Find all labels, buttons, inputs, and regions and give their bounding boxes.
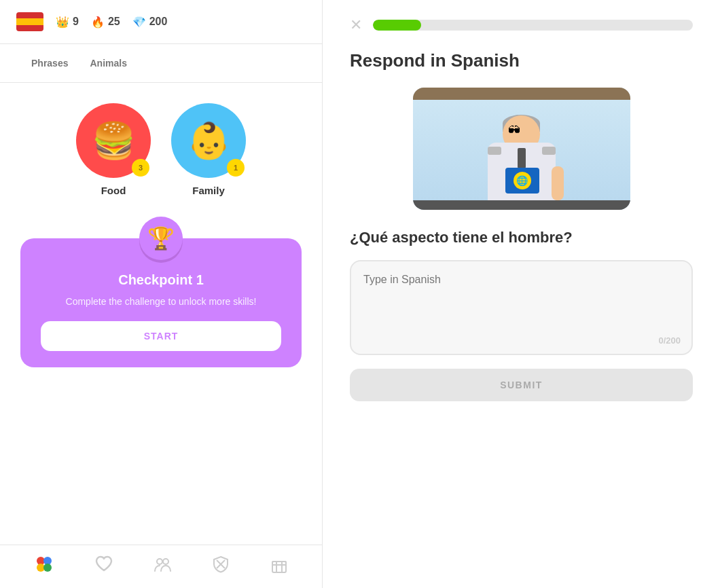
progress-bar-fill [373, 20, 421, 31]
shield-icon [211, 555, 230, 574]
skill-family[interactable]: 👶 1 Family [171, 103, 246, 196]
nav-friends[interactable] [153, 555, 172, 578]
skill-food-circle: 🍔 3 [76, 103, 151, 178]
checkpoint-start-button[interactable]: START [41, 321, 281, 351]
food-label: Food [101, 185, 126, 196]
nav-shield[interactable] [211, 555, 230, 578]
shop-icon [270, 555, 289, 574]
checkpoint-title: Checkpoint 1 [41, 272, 281, 288]
checkpoint-desc: Complete the challenge to unlock more sk… [41, 295, 281, 309]
character-illustration: 🕶 🌐 [413, 88, 630, 210]
fire-value: 25 [108, 16, 120, 28]
crown-value: 9 [73, 16, 79, 28]
exercise-header: ✕ [350, 16, 693, 34]
category-animals[interactable]: Animals [79, 55, 137, 71]
left-panel: 👑 9 🔥 25 💎 200 Phrases Animals 🍔 3 Food [0, 0, 323, 588]
officer-book: 🌐 [505, 168, 539, 194]
right-panel: ✕ Respond in Spanish 🕶 [323, 0, 720, 588]
officer-figure: 🕶 🌐 [488, 143, 556, 200]
svg-point-3 [43, 564, 52, 572]
category-phrases[interactable]: Phrases [20, 55, 79, 71]
fire-icon: 🔥 [91, 16, 105, 29]
window-bottom-bar [413, 200, 630, 210]
svg-point-4 [157, 559, 162, 564]
close-button[interactable]: ✕ [350, 16, 362, 34]
nav-hearts[interactable] [94, 555, 113, 578]
bottom-nav [0, 545, 322, 588]
checkpoint-section: 🏆 Checkpoint 1 Complete the challenge to… [20, 217, 302, 367]
submit-button[interactable]: SUBMIT [350, 369, 693, 401]
crown-icon: 👑 [56, 16, 69, 29]
skills-grid: 🍔 3 Food 👶 1 Family [0, 83, 322, 210]
svg-rect-9 [272, 562, 286, 565]
crown-stat: 👑 9 [56, 16, 79, 29]
progress-bar-container [373, 20, 693, 31]
svg-rect-8 [272, 562, 286, 572]
skill-food[interactable]: 🍔 3 Food [76, 103, 151, 196]
char-count: 0/200 [658, 335, 681, 346]
answer-textarea[interactable] [363, 274, 679, 335]
hearts-icon [94, 555, 113, 574]
gem-icon: 💎 [132, 16, 146, 29]
fire-stat: 🔥 25 [91, 16, 120, 29]
family-label: Family [192, 185, 225, 196]
question-text: ¿Qué aspecto tiene el hombre? [350, 229, 693, 246]
nav-shop[interactable] [270, 555, 289, 578]
left-header: 👑 9 🔥 25 💎 200 [0, 0, 322, 44]
food-badge: 3 [132, 159, 149, 177]
food-emoji: 🍔 [92, 123, 136, 158]
checkpoint-trophy-icon: 🏆 [139, 217, 183, 260]
categories-row: Phrases Animals [0, 44, 322, 83]
family-emoji: 👶 [187, 123, 231, 158]
flag-icon [16, 12, 43, 31]
window-top-bar [413, 88, 630, 100]
officer-glasses-icon: 🕶 [508, 124, 520, 138]
home-icon [33, 553, 55, 575]
gem-stat: 💎 200 [132, 16, 168, 29]
window-frame: 🕶 🌐 [413, 88, 630, 210]
friends-icon [153, 555, 172, 574]
nav-home[interactable] [33, 553, 55, 580]
gem-value: 200 [149, 16, 168, 28]
exercise-title: Respond in Spanish [350, 50, 693, 71]
officer-body: 🌐 [488, 143, 556, 200]
svg-point-5 [163, 559, 168, 564]
family-badge: 1 [227, 159, 245, 177]
skill-family-circle: 👶 1 [171, 103, 246, 178]
answer-input-wrapper: 0/200 [350, 260, 693, 355]
